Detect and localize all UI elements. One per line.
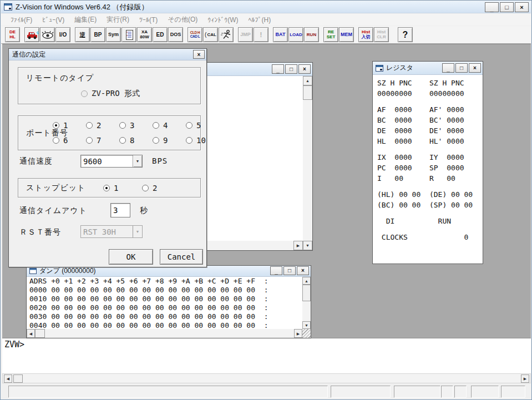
menu-edit[interactable]: 編集(E): [69, 14, 102, 26]
minimize-button[interactable]: _: [270, 266, 282, 275]
call-button[interactable]: ( CAL: [203, 27, 218, 42]
minimize-button[interactable]: _: [485, 2, 499, 12]
port-radio-8[interactable]: 8: [119, 136, 134, 145]
register-line: AF 0000 AF' 0000: [377, 104, 483, 115]
io-button[interactable]: I/O: [55, 27, 70, 42]
command-console[interactable]: ZVW>: [2, 338, 531, 373]
dialog-titlebar[interactable]: 通信の設定 ×: [9, 49, 206, 60]
close-button[interactable]: ×: [193, 50, 205, 59]
resize-grip[interactable]: [302, 329, 311, 338]
scroll-up-icon[interactable]: ▲: [303, 76, 312, 85]
run-button[interactable]: RUN: [304, 27, 319, 42]
ed-button[interactable]: ED: [153, 27, 168, 42]
ok-button[interactable]: OK: [109, 249, 153, 265]
menu-window[interactable]: ｳｨﾝﾄﾞｳ(W): [202, 15, 243, 25]
mdi-workspace: _ □ × ▲ ◀ ▶ ▼ レジスタ: [2, 44, 531, 338]
maximize-button[interactable]: □: [285, 64, 297, 74]
register-line: [377, 99, 483, 104]
xa80w-button[interactable]: XA 80W: [137, 27, 152, 42]
close-button[interactable]: ×: [298, 64, 311, 74]
scrollbar-thumb[interactable]: [35, 329, 45, 338]
dropdown-icon[interactable]: ▼: [133, 155, 142, 167]
mem-button[interactable]: MEM: [339, 27, 354, 42]
vertical-scrollbar[interactable]: ▲: [303, 76, 312, 241]
port-radio-10[interactable]: 10: [186, 136, 206, 145]
maximize-button[interactable]: □: [500, 2, 514, 12]
stopbit-radio-1[interactable]: 1: [103, 184, 118, 193]
minimize-button[interactable]: _: [272, 64, 284, 74]
main-titlebar[interactable]: Z-Vision for Windows Ver6.42 （付録版） _ □ ×: [1, 1, 531, 13]
zv-pro-radio[interactable]: ZV-PRO 形式: [81, 89, 140, 99]
scroll-left-icon[interactable]: ◀: [27, 329, 35, 338]
scroll-down-icon[interactable]: ▼: [302, 321, 311, 329]
cld-cad-button[interactable]: CLD H CAD L: [188, 27, 202, 42]
scroll-up-icon[interactable]: ▲: [302, 277, 311, 285]
menu-run[interactable]: 実行(R): [102, 14, 134, 26]
rst-combobox[interactable]: RST 30H ▼: [80, 225, 143, 238]
register-line: [377, 210, 483, 216]
dump-row: 0020 00 00 00 00 00 00 00 00 00 00 00 00…: [29, 303, 302, 312]
cancel-button[interactable]: Cancel: [160, 249, 203, 265]
dump-window-titlebar[interactable]: ダンプ (00000000) _ □ ×: [27, 266, 311, 277]
breakpoint-button[interactable]: BP: [90, 27, 105, 42]
scrollbar-thumb[interactable]: [303, 85, 312, 100]
close-button[interactable]: ×: [515, 2, 529, 12]
status-panel: [471, 386, 499, 398]
menu-file[interactable]: ﾌｧｲﾙ(F): [6, 15, 37, 25]
main-window: Z-Vision for Windows Ver6.42 （付録版） _ □ ×…: [0, 0, 532, 400]
radio-icon: [86, 122, 93, 129]
stopbit-radio-2[interactable]: 2: [142, 184, 157, 193]
maximize-button[interactable]: □: [455, 63, 468, 73]
jmp-button[interactable]: JMP: [238, 27, 253, 42]
close-button[interactable]: ×: [297, 266, 309, 275]
history-toggle-button[interactable]: Hist 入切: [358, 27, 373, 42]
maximize-button[interactable]: □: [283, 266, 296, 275]
exclamation-button[interactable]: !: [254, 27, 268, 42]
scroll-right-icon[interactable]: ▶: [293, 241, 303, 250]
history-clear-button[interactable]: Hist CLR: [374, 27, 389, 42]
port-radio-2[interactable]: 2: [86, 121, 101, 130]
port-radio-7[interactable]: 7: [86, 136, 101, 145]
port-radio-4[interactable]: 4: [153, 121, 168, 130]
scroll-left-icon[interactable]: ◀: [4, 374, 12, 383]
dos-button[interactable]: DOS: [168, 27, 183, 42]
vertical-scrollbar[interactable]: ▲ ▼: [302, 277, 311, 329]
horizontal-scrollbar[interactable]: ◀ ▶: [27, 329, 302, 338]
baud-combobox[interactable]: 9600 ▼: [80, 155, 143, 168]
dump-row: 0030 00 00 00 00 00 00 00 00 00 00 00 00…: [29, 312, 302, 321]
dump-header-row: ADRS +0 +1 +2 +3 +4 +5 +6 +7 +8 +9 +A +B…: [29, 277, 302, 286]
port-radio-5[interactable]: 5: [186, 121, 201, 130]
scroll-right-icon[interactable]: ▶: [294, 329, 302, 338]
go-car-button[interactable]: [24, 27, 39, 42]
timeout-input[interactable]: [110, 203, 130, 217]
port-radio-6[interactable]: 6: [53, 136, 68, 145]
help-button[interactable]: ?: [398, 27, 413, 42]
scrollbar-thumb[interactable]: [302, 285, 311, 301]
scroll-down-icon[interactable]: ▼: [303, 241, 312, 250]
document-button[interactable]: [121, 27, 136, 42]
bat-button[interactable]: BAT: [273, 27, 288, 42]
load-button[interactable]: LOAD: [288, 27, 303, 42]
menu-view[interactable]: ﾋﾞｭｰ(V): [37, 15, 69, 25]
console-horizontal-scrollbar[interactable]: ◀ ▶: [2, 373, 531, 383]
menu-others[interactable]: その他(O): [163, 14, 202, 26]
remote-type-label: リモートのタイプ: [26, 73, 94, 83]
scrollbar-thumb[interactable]: [13, 374, 23, 383]
port-radio-3[interactable]: 3: [119, 121, 134, 130]
step-runner-button[interactable]: [219, 27, 234, 42]
dehl-button[interactable]: DE HL: [5, 27, 20, 42]
reverse-button[interactable]: 逆: [75, 27, 90, 42]
menu-tools[interactable]: ﾂｰﾙ(T): [134, 15, 163, 25]
port-radio-9[interactable]: 9: [153, 136, 168, 145]
close-button[interactable]: ×: [469, 63, 481, 73]
reset-button[interactable]: RE SET: [323, 27, 338, 42]
symbols-button[interactable]: Sym: [106, 27, 121, 42]
register-window-titlebar[interactable]: レジスタ _ □ ×: [373, 62, 483, 75]
radio-icon: [53, 122, 59, 129]
port-radio-1[interactable]: 1: [53, 121, 68, 130]
minimize-button[interactable]: _: [442, 63, 454, 73]
menu-help[interactable]: ﾍﾙﾌﾟ(H): [244, 15, 276, 25]
scroll-right-icon[interactable]: ▶: [521, 374, 529, 383]
memory-dump-display: ADRS +0 +1 +2 +3 +4 +5 +6 +7 +8 +9 +A +B…: [27, 277, 302, 329]
watch-eye-button[interactable]: [40, 27, 55, 42]
